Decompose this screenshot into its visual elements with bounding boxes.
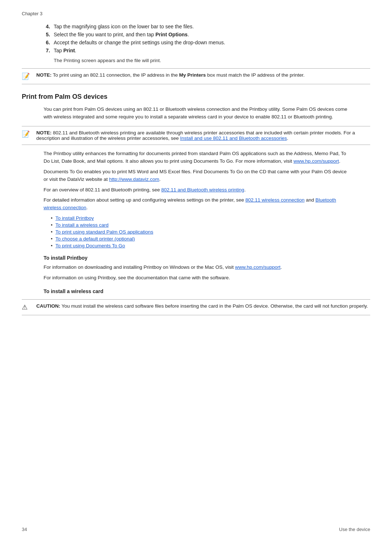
note-icon-1: 📝 (22, 72, 33, 80)
note-icon-2: 📝 (22, 130, 33, 138)
caution-icon: ⚠ (22, 303, 33, 311)
sub1-body-2: For information on using Printboy, see t… (44, 274, 348, 282)
body-text-4: For an overview of 802.11 and Bluetooth … (44, 186, 348, 194)
list-item-install-printboy: To install Printboy (51, 215, 348, 221)
list-item-print-standard: To print using standard Palm OS applicat… (51, 229, 348, 235)
step-5: 5. Select the file you want to print, an… (44, 32, 370, 37)
note-text-1: NOTE: To print using an 802.11 connectio… (36, 72, 305, 78)
footer-page: 34 (22, 527, 27, 532)
step-7-subtext: The Printing screen appears and the file… (54, 58, 370, 63)
link-install-printboy[interactable]: To install Printboy (56, 215, 94, 221)
list-item-default-printer: To choose a default printer (optional) (51, 236, 348, 242)
link-hp-support-2[interactable]: www.hp.com/support (235, 264, 281, 270)
note-text-2: NOTE: 802.11 and Bluetooth wireless prin… (36, 130, 370, 141)
note-box-1: 📝 NOTE: To print using an 802.11 connect… (22, 68, 370, 84)
subsection-title-1: To install Printboy (44, 255, 370, 261)
link-install-accessories[interactable]: Install and use 802.11 and Bluetooth acc… (180, 135, 287, 141)
note-box-2: 📝 NOTE: 802.11 and Bluetooth wireless pr… (22, 126, 370, 145)
step-6: 6. Accept the defaults or change the pri… (44, 40, 370, 45)
link-dataviz[interactable]: http://www.dataviz.com (109, 177, 159, 182)
step-7: 7. Tap Print. (44, 48, 370, 53)
link-hp-support-1[interactable]: www.hp.com/support (294, 158, 339, 164)
chapter-label: Chapter 3 (22, 11, 370, 16)
section-title: Print from Palm OS devices (22, 93, 370, 101)
caution-text: CAUTION: You must install the wireless c… (36, 303, 368, 309)
link-802-wireless[interactable]: 802.11 wireless connection (245, 197, 305, 203)
bullet-list: To install Printboy To install a wireles… (51, 215, 348, 248)
body-text-1: You can print from Palm OS devices using… (44, 106, 348, 121)
link-print-standard[interactable]: To print using standard Palm OS applicat… (56, 229, 153, 235)
body-text-3: Documents To Go enables you to print MS … (44, 168, 348, 183)
list-item-install-wireless-card: To install a wireless card (51, 222, 348, 228)
list-item-print-docs-to-go: To print using Documents To Go (51, 243, 348, 248)
step-4: 4. Tap the magnifying glass icon on the … (44, 24, 370, 29)
body-text-2: The Printboy utility enhances the format… (44, 150, 348, 165)
subsection-title-2: To install a wireless card (44, 288, 370, 294)
body-text-5: For detailed information about setting u… (44, 196, 348, 212)
link-install-wireless-card[interactable]: To install a wireless card (56, 222, 109, 228)
numbered-steps: 4. Tap the magnifying glass icon on the … (44, 24, 370, 53)
footer-text: Use the device (339, 527, 370, 532)
link-print-docs-to-go[interactable]: To print using Documents To Go (56, 243, 125, 248)
link-default-printer[interactable]: To choose a default printer (optional) (56, 236, 135, 242)
caution-box: ⚠ CAUTION: You must install the wireless… (22, 299, 370, 315)
sub1-body-1: For information on downloading and insta… (44, 264, 348, 271)
footer: 34 Use the device (22, 527, 370, 532)
link-802-bluetooth-wireless[interactable]: 802.11 and Bluetooth wireless printing (161, 187, 244, 193)
